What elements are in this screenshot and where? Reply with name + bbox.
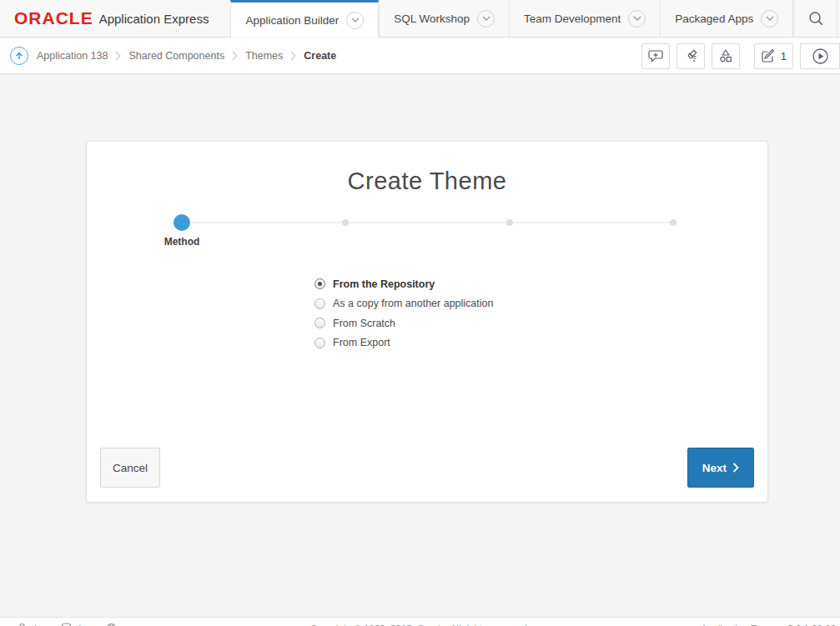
chevron-down-icon[interactable] xyxy=(761,10,778,28)
arrow-up-icon xyxy=(14,51,24,61)
top-navigation-bar: ORACLE Application Express Application B… xyxy=(0,0,840,38)
shared-components-button[interactable] xyxy=(712,43,740,69)
tab-label: Team Development xyxy=(524,13,621,25)
tab-application-builder[interactable]: Application Builder xyxy=(230,0,379,38)
wizard-progress-track xyxy=(182,222,673,223)
edit-page-number: 1 xyxy=(781,50,787,63)
wizard-step-current-dot xyxy=(174,214,190,231)
search-icon xyxy=(807,10,824,27)
header-icon-group: ? xyxy=(793,0,840,37)
chevron-down-icon[interactable] xyxy=(477,10,495,28)
breadcrumb: Application 138 Shared Components Themes… xyxy=(37,50,336,62)
method-radio-group: From the Repository As a copy from anoth… xyxy=(314,274,493,353)
breadcrumb-bar: Application 138 Shared Components Themes… xyxy=(0,38,840,74)
radio-option-from-export[interactable]: From Export xyxy=(314,333,493,353)
breadcrumb-separator-icon xyxy=(232,51,238,61)
run-application-button[interactable] xyxy=(800,43,840,69)
radio-option-from-scratch[interactable]: From Scratch xyxy=(314,313,493,333)
radio-button-icon[interactable] xyxy=(314,338,325,348)
up-one-level-button[interactable] xyxy=(10,47,28,65)
breadcrumb-themes[interactable]: Themes xyxy=(245,50,283,62)
edit-page-button[interactable]: 1 xyxy=(754,43,793,69)
tab-label: SQL Workshop xyxy=(394,13,470,25)
chevron-right-icon xyxy=(732,463,739,473)
page-title: Create Theme xyxy=(87,168,767,195)
cancel-button[interactable]: Cancel xyxy=(100,448,160,488)
play-icon xyxy=(812,48,829,65)
tab-sql-workshop[interactable]: SQL Workshop xyxy=(379,0,509,37)
radio-option-label[interactable]: As a copy from another application xyxy=(333,298,493,309)
breadcrumb-shared-components[interactable]: Shared Components xyxy=(128,50,224,62)
wizard-step-pending-dot xyxy=(670,219,677,226)
breadcrumb-create: Create xyxy=(304,50,336,62)
shapes-icon xyxy=(718,48,733,63)
breadcrumb-separator-icon xyxy=(115,51,121,61)
radio-option-label[interactable]: From Export xyxy=(333,337,390,348)
radio-option-label[interactable]: From the Repository xyxy=(333,278,435,290)
page-footer: tim tim en Copyright © 1999, 2015, Oracl… xyxy=(0,617,840,626)
chevron-down-icon[interactable] xyxy=(346,12,364,29)
search-button[interactable] xyxy=(793,0,837,37)
breadcrumb-separator-icon xyxy=(290,51,296,61)
radio-option-from-repository[interactable]: From the Repository xyxy=(314,274,493,294)
radio-button-icon[interactable] xyxy=(314,278,325,289)
tab-packaged-apps[interactable]: Packaged Apps xyxy=(660,0,793,37)
product-name-text: Application Express xyxy=(99,12,209,26)
radio-option-copy-from-application[interactable]: As a copy from another application xyxy=(314,294,493,314)
next-button[interactable]: Next xyxy=(687,448,754,488)
oracle-logo: ORACLE Application Express xyxy=(0,0,230,37)
administration-menu-button[interactable] xyxy=(837,0,840,37)
radio-button-icon[interactable] xyxy=(314,298,325,309)
radio-option-label[interactable]: From Scratch xyxy=(333,318,395,329)
tab-label: Packaged Apps xyxy=(675,13,753,25)
tab-team-development[interactable]: Team Development xyxy=(509,0,660,37)
radio-button-icon[interactable] xyxy=(314,318,325,328)
oracle-brand-text: ORACLE xyxy=(14,8,93,28)
wizard-step-label: Method xyxy=(148,236,215,248)
chevron-down-icon[interactable] xyxy=(628,10,646,28)
tab-label: Application Builder xyxy=(245,14,339,27)
wizard-step-pending-dot xyxy=(506,219,513,226)
create-theme-wizard-card: Create Theme Method From the Repository … xyxy=(86,141,768,503)
next-button-label: Next xyxy=(702,462,727,474)
developer-toolbar: 1 xyxy=(641,43,840,69)
spotlight-search-button[interactable] xyxy=(677,43,705,69)
breadcrumb-application[interactable]: Application 138 xyxy=(37,50,108,62)
edit-pencil-icon xyxy=(761,48,776,63)
feedback-bubble-icon xyxy=(648,49,663,63)
feedback-button[interactable] xyxy=(641,43,670,69)
flashlight-icon xyxy=(683,48,698,63)
wizard-step-pending-dot xyxy=(342,219,349,226)
